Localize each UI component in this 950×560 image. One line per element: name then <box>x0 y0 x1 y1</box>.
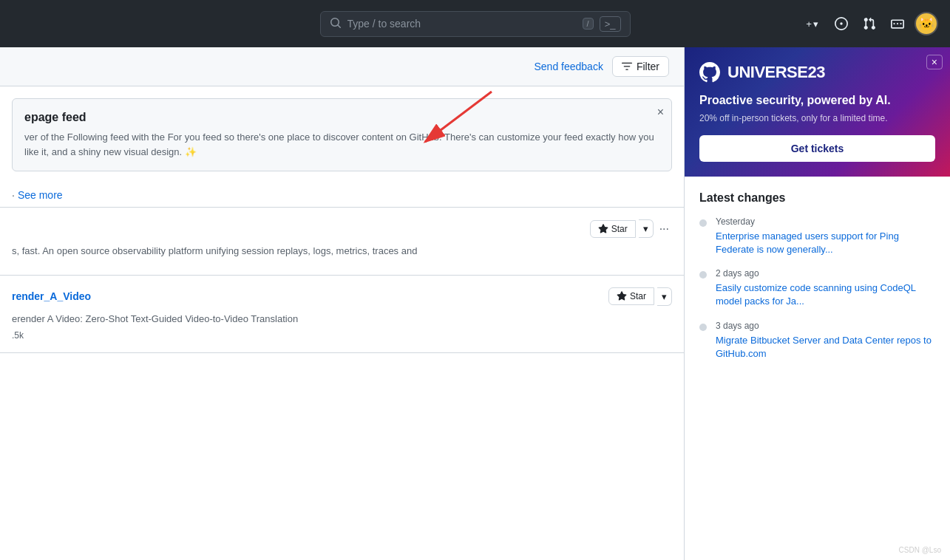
plus-label: + <box>806 18 812 30</box>
search-bar[interactable]: / >_ <box>320 11 631 37</box>
star-icon-2 <box>617 291 627 301</box>
avatar[interactable]: 🐱 <box>915 12 938 35</box>
get-tickets-button[interactable]: Get tickets <box>699 135 935 162</box>
search-input[interactable] <box>347 18 577 30</box>
change-item-1: 2 days ago Easily customize code scannin… <box>699 268 935 308</box>
change-content-0: Yesterday Enterprise managed users suppo… <box>716 216 935 256</box>
search-icon <box>330 17 342 31</box>
change-time-1: 2 days ago <box>716 268 935 279</box>
feed-item-1-description: s, fast. An open source observability pl… <box>12 244 672 259</box>
pullrequest-icon-btn[interactable] <box>858 13 881 35</box>
topnav: / >_ + ▾ 🐱 <box>0 0 950 47</box>
terminal-icon: >_ <box>600 16 621 32</box>
feed-item-1-header: Star ▾ ··· <box>12 219 672 238</box>
feed-item-2-meta: .5k <box>12 330 672 341</box>
feed-item-2-actions: Star ▾ <box>608 287 672 306</box>
dot-separator: · <box>12 189 15 201</box>
change-dot-2 <box>699 324 707 331</box>
universe-title: UNIVERSE23 <box>727 63 825 82</box>
send-feedback-link[interactable]: Send feedback <box>534 61 603 72</box>
issues-icon <box>835 17 848 30</box>
feed-item-2-header: render_A_Video Star ▾ <box>12 287 672 306</box>
feed-item: Star ▾ ··· s, fast. An open source obser… <box>0 208 684 276</box>
more-options-button-1[interactable]: ··· <box>656 221 672 237</box>
star-button-1[interactable]: Star <box>590 220 636 238</box>
change-link-2[interactable]: Migrate Bitbucket Server and Data Center… <box>716 334 935 361</box>
change-item-2: 3 days ago Migrate Bitbucket Server and … <box>699 321 935 361</box>
change-time-2: 3 days ago <box>716 321 935 331</box>
star-icon <box>598 224 608 234</box>
issues-icon-btn[interactable] <box>830 13 852 35</box>
filter-button[interactable]: Filter <box>612 56 669 77</box>
star-button-2[interactable]: Star <box>608 287 654 305</box>
pullrequest-icon <box>863 17 876 30</box>
latest-changes-heading: Latest changes <box>699 191 935 205</box>
feed-area: Send feedback Filter epage feed ver of t… <box>0 47 684 560</box>
filter-label: Filter <box>637 61 659 72</box>
chevron-down-icon: ▾ <box>813 18 818 30</box>
change-dot-0 <box>699 219 707 227</box>
change-link-0[interactable]: Enterprise managed users support for Pin… <box>716 230 935 256</box>
universe-subtitle: Proactive security, powered by AI. <box>699 93 935 109</box>
search-shortcut: / <box>583 18 594 30</box>
github-logo-icon <box>699 62 720 83</box>
change-dot-1 <box>699 271 707 279</box>
right-sidebar: × UNIVERSE23 Proactive security, powered… <box>684 47 950 560</box>
create-button[interactable]: + ▾ <box>800 14 824 34</box>
avatar-emoji: 🐱 <box>918 16 934 32</box>
inbox-icon-btn[interactable] <box>886 13 909 35</box>
universe-description: 20% off in-person tickets, only for a li… <box>699 113 935 123</box>
feed-header-bar: Send feedback Filter <box>0 47 684 86</box>
universe-banner: × UNIVERSE23 Proactive security, powered… <box>685 47 950 177</box>
star-dropdown-2[interactable]: ▾ <box>657 287 672 306</box>
feed-item-2-title[interactable]: render_A_Video <box>12 290 91 302</box>
change-link-1[interactable]: Easily customize code scanning using Cod… <box>716 281 935 308</box>
feed-item-2: render_A_Video Star ▾ erender A Video: Z… <box>0 276 684 354</box>
main-area: Send feedback Filter epage feed ver of t… <box>0 47 950 560</box>
close-banner-button[interactable]: × <box>657 106 664 118</box>
change-content-2: 3 days ago Migrate Bitbucket Server and … <box>716 321 935 361</box>
banner-description: ver of the Following feed with the For y… <box>24 130 659 159</box>
feed-item-2-description: erender A Video: Zero-Shot Text-Guided V… <box>12 312 672 327</box>
feed-item-2-stars: .5k <box>12 330 24 341</box>
inbox-icon <box>891 17 904 30</box>
see-more-row: · See more <box>0 183 684 208</box>
watermark: CSDN @Lso <box>899 546 941 554</box>
filter-icon <box>622 61 632 72</box>
banner-title: epage feed <box>24 111 659 124</box>
change-item-0: Yesterday Enterprise managed users suppo… <box>699 216 935 256</box>
nav-right: + ▾ 🐱 <box>800 12 938 35</box>
change-content-1: 2 days ago Easily customize code scannin… <box>716 268 935 308</box>
latest-changes-section: Latest changes Yesterday Enterprise mana… <box>685 177 950 387</box>
homepage-feed-banner: epage feed ver of the Following feed wit… <box>12 98 672 171</box>
universe-close-button[interactable]: × <box>926 55 943 69</box>
change-time-0: Yesterday <box>716 216 935 227</box>
universe-header: UNIVERSE23 <box>699 62 935 83</box>
see-more-link[interactable]: See more <box>18 189 63 201</box>
feed-item-1-actions: Star ▾ ··· <box>590 219 672 238</box>
star-dropdown-1[interactable]: ▾ <box>639 219 654 238</box>
